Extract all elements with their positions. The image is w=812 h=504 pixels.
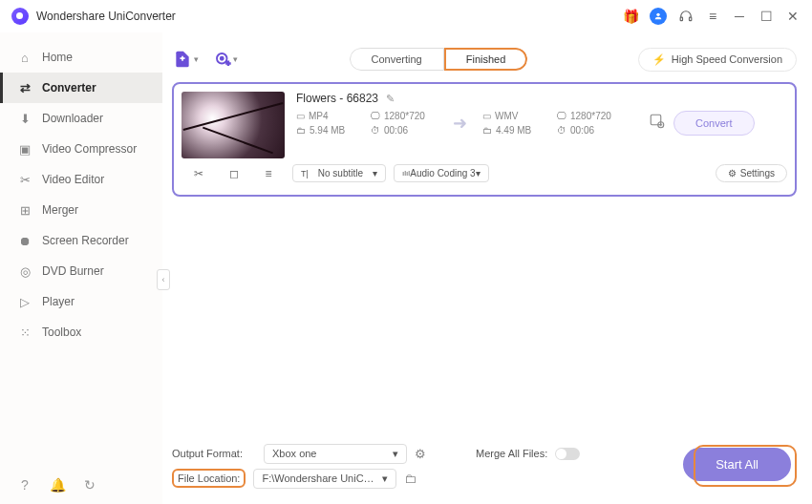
settings-button[interactable]: ⚙Settings <box>716 164 787 182</box>
close-icon[interactable]: ✕ <box>785 9 801 24</box>
subtitle-select[interactable]: T|No subtitle▾ <box>292 164 386 182</box>
compress-icon: ▣ <box>17 141 32 157</box>
output-settings-icon[interactable] <box>649 113 666 134</box>
svg-rect-2 <box>690 17 692 21</box>
menu-icon[interactable]: ≡ <box>705 9 720 24</box>
add-disc-button[interactable]: +▾ <box>212 46 239 73</box>
audio-value: Audio Coding 3 <box>410 168 475 178</box>
gear-icon: ⚙ <box>728 168 737 178</box>
format-settings-icon[interactable]: ⚙ <box>415 447 430 461</box>
sidebar-item-label: Toolbox <box>42 326 81 339</box>
sidebar-item-label: Screen Recorder <box>42 234 129 247</box>
sidebar-item-compressor[interactable]: ▣Video Compressor <box>0 134 162 164</box>
file-location-select[interactable]: F:\Wondershare UniConverter▾ <box>253 469 396 489</box>
play-icon: ▷ <box>17 294 32 309</box>
sidebar-item-label: Merger <box>42 203 78 217</box>
start-all-button[interactable]: Start All <box>683 448 791 481</box>
src-dur: 00:06 <box>384 125 408 136</box>
dst-format: WMV <box>495 111 518 121</box>
headset-icon[interactable] <box>678 9 694 24</box>
tab-group: Converting Finished <box>350 48 528 71</box>
file-card: Flowers - 66823 ✎ ▭MP4 🗀5.94 MB 🖵1280*72… <box>172 82 797 197</box>
convert-button[interactable]: Convert <box>673 111 755 136</box>
folder-icon: 🗀 <box>296 125 306 136</box>
scissors-icon: ✂ <box>17 172 32 187</box>
display-icon: 🖵 <box>557 111 566 121</box>
chevron-down-icon: ▾ <box>382 472 388 485</box>
output-format-label: Output Format: <box>172 448 256 459</box>
help-icon[interactable]: ? <box>17 477 32 493</box>
sidebar-item-home[interactable]: ⌂Home <box>0 42 162 73</box>
svg-rect-1 <box>680 17 682 21</box>
merge-label: Merge All Files: <box>476 448 547 459</box>
file-location-label: File Location: <box>178 472 240 484</box>
trim-icon[interactable]: ✂ <box>194 167 203 180</box>
merge-toggle[interactable] <box>555 448 580 460</box>
film-icon: ▭ <box>482 111 491 121</box>
sidebar-item-merger[interactable]: ⊞Merger <box>0 195 162 225</box>
dst-size: 4.49 MB <box>496 125 531 136</box>
app-title: Wondershare UniConverter <box>36 10 176 23</box>
chevron-down-icon: ▾ <box>393 448 398 460</box>
src-size: 5.94 MB <box>310 125 345 136</box>
high-speed-button[interactable]: ⚡ High Speed Conversion <box>638 48 797 72</box>
video-thumbnail[interactable] <box>182 92 285 158</box>
collapse-handle-icon[interactable]: ‹ <box>157 269 170 290</box>
download-icon: ⬇ <box>17 111 32 126</box>
sidebar-item-recorder[interactable]: ⏺Screen Recorder <box>0 225 162 256</box>
sidebar-item-player[interactable]: ▷Player <box>0 286 162 317</box>
crop-icon[interactable]: ◻ <box>229 167 239 180</box>
src-res: 1280*720 <box>384 111 425 121</box>
sidebar-item-label: DVD Burner <box>42 264 104 278</box>
settings-label: Settings <box>740 168 775 178</box>
maximize-icon[interactable]: ☐ <box>759 9 774 24</box>
dst-dur: 00:06 <box>570 125 594 136</box>
gift-icon[interactable]: 🎁 <box>623 9 638 24</box>
home-icon: ⌂ <box>17 50 32 65</box>
output-format-select[interactable]: Xbox one▾ <box>264 444 407 464</box>
titlebar: Wondershare UniConverter 🎁 ≡ ─ ☐ ✕ <box>0 0 812 32</box>
add-file-button[interactable]: ▾ <box>172 46 199 73</box>
open-folder-icon[interactable]: 🗀 <box>404 472 419 486</box>
tab-finished[interactable]: Finished <box>444 48 528 71</box>
sidebar-item-label: Video Compressor <box>42 142 137 156</box>
sync-icon[interactable]: ↻ <box>82 477 97 493</box>
edit-name-icon[interactable]: ✎ <box>386 93 395 105</box>
subtitle-value: No subtitle <box>318 168 363 178</box>
file-location-value: F:\Wondershare UniConverter <box>262 472 376 484</box>
sidebar-item-converter[interactable]: ⇄Converter <box>0 73 162 103</box>
svg-text:+: + <box>225 59 230 68</box>
folder-icon: 🗀 <box>482 125 492 136</box>
output-format-value: Xbox one <box>272 448 316 459</box>
sidebar-item-toolbox[interactable]: ⁙Toolbox <box>0 317 162 347</box>
sidebar-item-label: Player <box>42 295 75 308</box>
minimize-icon[interactable]: ─ <box>732 9 747 24</box>
user-avatar-icon[interactable] <box>650 8 667 25</box>
sidebar-item-label: Home <box>42 51 73 64</box>
audio-select[interactable]: ılılAudio Coding 3▾ <box>394 164 489 182</box>
svg-point-4 <box>220 57 223 60</box>
sidebar-item-downloader[interactable]: ⬇Downloader <box>0 103 162 134</box>
recorder-icon: ⏺ <box>17 233 32 248</box>
more-icon[interactable]: ≡ <box>265 167 271 180</box>
sidebar-item-label: Downloader <box>42 112 103 125</box>
arrow-right-icon: ➜ <box>453 113 467 134</box>
sidebar-item-label: Converter <box>42 81 96 94</box>
main-panel: ▾ +▾ Converting Finished ⚡ High Speed Co… <box>162 32 812 504</box>
sidebar: ⌂Home ⇄Converter ⬇Downloader ▣Video Comp… <box>0 32 162 504</box>
tab-converting[interactable]: Converting <box>350 48 444 71</box>
file-name: Flowers - 66823 <box>296 92 378 105</box>
grid-icon: ⁙ <box>17 325 32 340</box>
clock-icon: ⏱ <box>371 125 380 136</box>
svg-rect-6 <box>651 115 661 125</box>
sidebar-item-dvd[interactable]: ◎DVD Burner <box>0 256 162 286</box>
bolt-icon: ⚡ <box>652 53 666 66</box>
high-speed-label: High Speed Conversion <box>672 53 782 65</box>
clock-icon: ⏱ <box>557 125 566 136</box>
converter-icon: ⇄ <box>17 80 32 95</box>
merger-icon: ⊞ <box>17 202 32 218</box>
bell-icon[interactable]: 🔔 <box>50 477 65 493</box>
sidebar-item-editor[interactable]: ✂Video Editor <box>0 164 162 195</box>
sidebar-item-label: Video Editor <box>42 173 104 186</box>
disc-icon: ◎ <box>17 263 32 279</box>
